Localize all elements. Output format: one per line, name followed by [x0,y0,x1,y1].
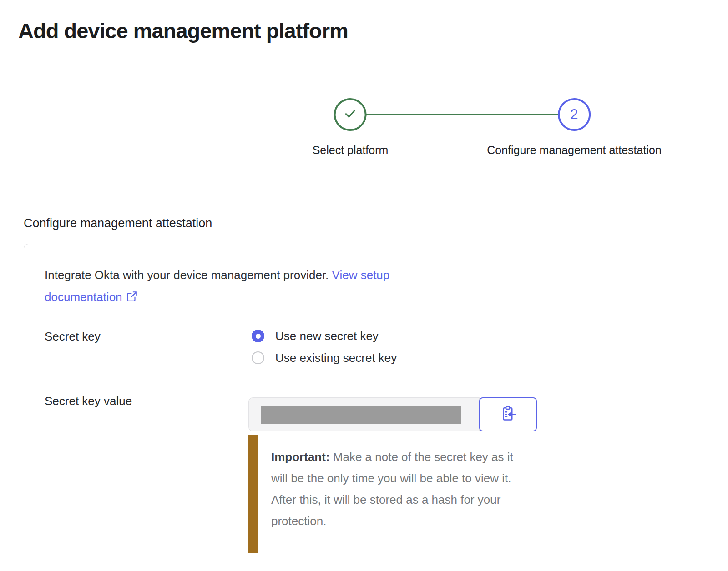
step-label-select-platform: Select platform [313,144,389,157]
callout-text: Important: Make a note of the secret key… [271,435,522,553]
secret-key-radio-group: Use new secret key Use existing secret k… [252,329,397,372]
radio-unselected-icon[interactable] [252,351,264,364]
radio-option-use-existing-secret-key[interactable]: Use existing secret key [252,351,397,365]
step-label-configure-attestation: Configure management attestation [487,144,662,157]
configure-attestation-panel: Integrate Okta with your device manageme… [24,244,728,571]
step-number: 2 [570,106,578,123]
stepper: Select platform 2 Configure management a… [0,0,728,164]
callout-warning-bar [248,435,258,553]
copy-to-clipboard-button[interactable] [479,397,537,431]
intro-text-static: Integrate Okta with your device manageme… [45,268,332,282]
secret-key-label: Secret key [45,330,101,344]
add-device-management-page: Add device management platform Select pl… [0,0,728,571]
secret-key-value-label: Secret key value [45,394,132,408]
radio-label: Use new secret key [275,329,379,343]
step-complete-circle [334,98,367,131]
masked-secret-value [261,406,461,424]
step-current-circle: 2 [558,98,591,131]
radio-option-use-new-secret-key[interactable]: Use new secret key [252,329,397,343]
checkmark-icon [343,106,358,123]
callout-emphasis: Important: [271,450,330,464]
important-callout: Important: Make a note of the secret key… [248,435,522,553]
stepper-step-select-platform: Select platform [313,98,389,157]
radio-selected-icon[interactable] [252,330,264,342]
secret-key-value-row [248,397,537,431]
radio-label: Use existing secret key [275,351,397,365]
clipboard-paste-icon [500,406,516,423]
stepper-step-configure-attestation: 2 Configure management attestation [487,98,662,157]
section-heading: Configure management attestation [24,216,212,230]
external-link-icon [126,287,138,309]
secret-key-value-field[interactable] [248,397,480,431]
intro-text: Integrate Okta with your device manageme… [45,264,445,309]
